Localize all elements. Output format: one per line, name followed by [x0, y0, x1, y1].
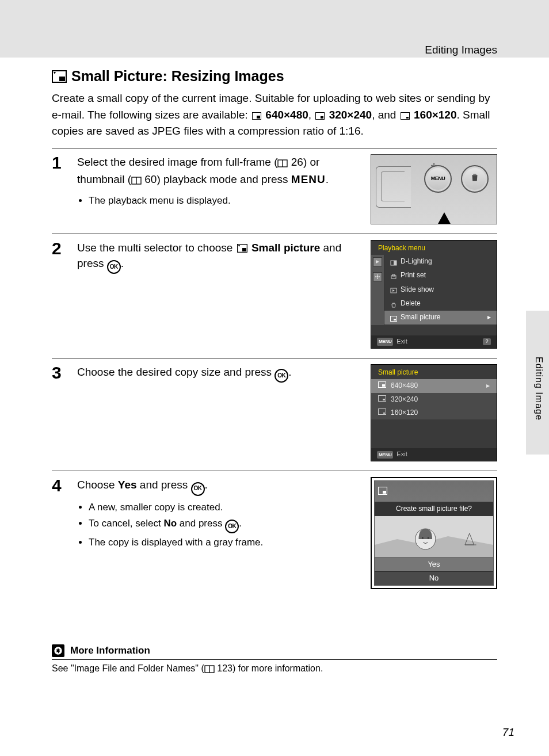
playback-tab-icon: [373, 257, 382, 266]
size-option-320: 320×240: [371, 393, 497, 406]
size-label-2: 160×120: [391, 408, 418, 418]
step-2: 2 Use the multi selector to choose Small…: [52, 234, 497, 358]
page-number: 71: [502, 726, 514, 739]
book-icon: [277, 156, 288, 172]
menu-label-0: D-Lighting: [401, 257, 432, 266]
trash-icon: [470, 172, 480, 185]
small-picture-icon: [52, 70, 67, 83]
ok-button-icon: OK: [107, 260, 121, 274]
svg-rect-25: [394, 261, 396, 265]
lcd-exit-label: Exit: [396, 337, 407, 346]
lcd-playback-menu: Playback menu D-Lighting Print set Slide…: [371, 240, 497, 349]
chevron-right-icon: ▸: [487, 312, 491, 322]
confirm-question: Create small picture file?: [375, 502, 493, 516]
menu-label-3: Delete: [401, 299, 421, 308]
svg-rect-8: [406, 117, 409, 119]
svg-rect-39: [383, 491, 386, 494]
small-picture-icon: [390, 315, 397, 320]
intro-size1: 640×480: [265, 109, 308, 121]
step1-ref2: 60: [144, 173, 157, 185]
moreinfo-ref: 123: [217, 663, 232, 673]
intro-size3: 160×120: [414, 109, 457, 121]
step2-a: Use the multi selector to choose: [77, 242, 236, 254]
svg-point-43: [428, 537, 429, 539]
step1-a: Select the desired image from full-frame…: [77, 156, 277, 168]
setup-tab-icon: [373, 272, 382, 281]
menu-item-smallpicture: Small picture▸: [384, 311, 497, 324]
book-icon: [204, 665, 215, 675]
lcd-title: Small picture: [371, 365, 497, 379]
svg-rect-20: [242, 248, 246, 251]
step4-yes: Yes: [118, 479, 137, 491]
page-title-text: Small Picture: Resizing Images: [71, 68, 284, 85]
size-label-0: 640×480: [391, 381, 418, 391]
slideshow-icon: [390, 287, 397, 292]
step-3: 3 Choose the desired copy size and press…: [52, 358, 497, 471]
intro-sep2: , and: [372, 109, 399, 121]
camera-menu-button: MENU: [424, 165, 452, 193]
book-icon: [131, 173, 142, 189]
step4-a: Choose: [77, 479, 118, 491]
page-title: Small Picture: Resizing Images: [52, 68, 497, 85]
menu-item-dlighting: D-Lighting: [384, 255, 497, 269]
size-icon-640: [252, 112, 261, 120]
step-1-instruction: Select the desired image from full-frame…: [77, 154, 359, 189]
size-icon: [378, 408, 386, 418]
lcd-title: Playback menu: [371, 240, 497, 255]
step-2-instruction: Use the multi selector to choose Small p…: [77, 240, 359, 274]
more-information-section: More Information See "Image File and Fol…: [52, 644, 497, 675]
svg-marker-22: [376, 260, 379, 264]
svg-rect-33: [382, 384, 385, 387]
size-option-640: 640×480▸: [371, 379, 497, 392]
step4-b: and press: [137, 479, 191, 491]
step-2-number: 2: [52, 240, 67, 349]
moreinfo-post: ) for more information.: [232, 663, 323, 673]
size-icon-320: [315, 112, 325, 120]
step1-d: .: [326, 173, 329, 185]
menu-item-slideshow: Slide show: [384, 283, 497, 297]
menu-item-delete: Delete: [384, 297, 497, 311]
lcd-sidebar: [371, 255, 384, 325]
ok-button-icon: OK: [225, 520, 239, 533]
step-1: 1 Select the desired image from full-fra…: [52, 148, 497, 234]
step-4-number: 4: [52, 477, 67, 589]
small-picture-icon: [237, 244, 247, 253]
step-4-bullets: A new, smaller copy is created. To cance…: [77, 501, 359, 551]
step2-d: .: [121, 257, 124, 269]
size-label-1: 320×240: [391, 395, 418, 404]
step-3-number: 3: [52, 364, 67, 462]
step4-bullet-0: A new, smaller copy is created.: [89, 501, 359, 515]
moreinfo-pre: See "Image File and Folder Names" (: [52, 663, 204, 673]
menu-label-1: Print set: [401, 270, 426, 280]
step-4: 4 Choose Yes and press OK. A new, smalle…: [52, 471, 497, 598]
step-4-instruction: Choose Yes and press OK.: [77, 477, 359, 495]
lcd-exit-label: Exit: [396, 450, 407, 459]
dlighting-icon: [390, 259, 397, 265]
lcd-size-menu: Small picture 640×480▸ 320×240 160×120 M…: [371, 364, 497, 462]
lcd-footer: MENU Exit: [371, 448, 497, 461]
step1-ref1: 26: [291, 156, 303, 168]
svg-marker-2: [54, 72, 56, 74]
menu-badge: MENU: [377, 338, 393, 346]
svg-rect-35: [383, 399, 385, 400]
step1-menu: MENU: [291, 173, 326, 185]
print-icon: [390, 273, 397, 278]
svg-rect-6: [321, 116, 323, 119]
menu-item-printset: Print set: [384, 269, 497, 282]
menu-badge: MENU: [377, 451, 393, 459]
step4-c: .: [205, 479, 208, 491]
size-icon: [378, 381, 386, 391]
more-info-body: See "Image File and Folder Names" ( 123)…: [52, 663, 497, 675]
intro-text: Create a small copy of the current image…: [52, 90, 497, 140]
confirm-no: No: [375, 571, 493, 585]
camera-illustration: OK MENU: [371, 154, 497, 224]
svg-marker-29: [392, 289, 395, 292]
step-3-instruction: Choose the desired copy size and press O…: [77, 364, 359, 383]
size-icon-160: [401, 112, 410, 120]
step-1-number: 1: [52, 154, 67, 224]
step1-c: ) playback mode and press: [157, 173, 291, 185]
confirm-dialog: Create small picture file?: [371, 477, 497, 589]
lcd-footer: MENU Exit ?: [371, 335, 497, 348]
svg-rect-4: [257, 116, 260, 119]
trash-icon: [390, 301, 397, 307]
